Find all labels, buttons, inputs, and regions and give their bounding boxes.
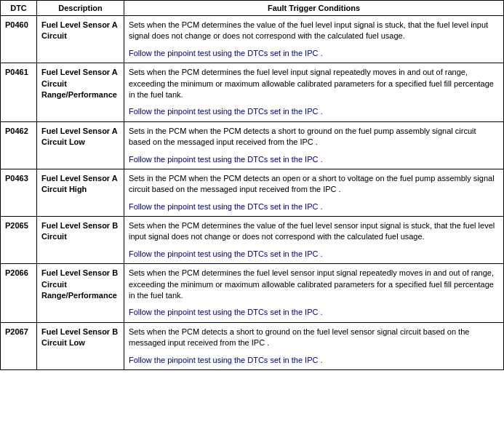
fault-main-text: Sets when the PCM determines the value o… (129, 20, 488, 40)
dtc-code: P2065 (1, 217, 37, 264)
col-header-fault: Fault Trigger Conditions (124, 1, 504, 16)
dtc-code: P0461 (1, 63, 37, 122)
fault-main-text: Sets when the PCM detects a short to gro… (129, 327, 469, 347)
col-header-description: Description (37, 1, 124, 16)
dtc-code: P0463 (1, 169, 37, 216)
dtc-description: Fuel Level Sensor B Circuit Range/Perfor… (37, 264, 124, 323)
fault-follow-text: Follow the pinpoint test using the DTCs … (129, 249, 499, 260)
dtc-description: Fuel Level Sensor B Circuit Low (37, 322, 124, 369)
dtc-fault-conditions: Sets when the PCM detects a short to gro… (124, 322, 504, 369)
dtc-fault-conditions: Sets when the PCM determines the fuel le… (124, 63, 504, 122)
fault-follow-text: Follow the pinpoint test using the DTCs … (129, 106, 499, 117)
fault-main-text: Sets when the PCM determines the value o… (129, 221, 495, 241)
table-row: P0462Fuel Level Sensor A Circuit LowSets… (1, 121, 504, 169)
dtc-code: P0462 (1, 121, 37, 169)
table-row: P2065Fuel Level Sensor B CircuitSets whe… (1, 217, 504, 264)
dtc-code: P2067 (1, 322, 37, 369)
fault-follow-text: Follow the pinpoint test using the DTCs … (129, 355, 499, 366)
dtc-table: DTC Description Fault Trigger Conditions… (0, 0, 504, 370)
fault-main-text: Sets in the PCM when the PCM detects a s… (129, 127, 476, 146)
dtc-fault-conditions: Sets in the PCM when the PCM detects an … (124, 169, 504, 216)
fault-main-text: Sets when the PCM determines the fuel le… (129, 68, 494, 99)
table-row: P0460Fuel Level Sensor A CircuitSets whe… (1, 16, 504, 63)
dtc-description: Fuel Level Sensor A Circuit Range/Perfor… (37, 63, 124, 122)
table-row: P2067Fuel Level Sensor B Circuit LowSets… (1, 322, 504, 369)
dtc-code: P2066 (1, 264, 37, 323)
fault-follow-text: Follow the pinpoint test using the DTCs … (129, 154, 499, 165)
dtc-description: Fuel Level Sensor B Circuit (37, 217, 124, 264)
dtc-code: P0460 (1, 16, 37, 63)
table-row: P0463Fuel Level Sensor A Circuit HighSet… (1, 169, 504, 216)
fault-main-text: Sets in the PCM when the PCM detects an … (129, 174, 495, 193)
dtc-description: Fuel Level Sensor A Circuit High (37, 169, 124, 216)
fault-follow-text: Follow the pinpoint test using the DTCs … (129, 48, 499, 59)
fault-follow-text: Follow the pinpoint test using the DTCs … (129, 201, 499, 212)
fault-follow-text: Follow the pinpoint test using the DTCs … (129, 307, 499, 318)
dtc-description: Fuel Level Sensor A Circuit (37, 16, 124, 63)
dtc-fault-conditions: Sets when the PCM determines the fuel le… (124, 264, 504, 323)
table-row: P0461Fuel Level Sensor A Circuit Range/P… (1, 63, 504, 122)
col-header-dtc: DTC (1, 1, 37, 16)
table-row: P2066Fuel Level Sensor B Circuit Range/P… (1, 264, 504, 323)
fault-main-text: Sets when the PCM determines the fuel le… (129, 268, 494, 300)
dtc-fault-conditions: Sets when the PCM determines the value o… (124, 16, 504, 63)
dtc-fault-conditions: Sets when the PCM determines the value o… (124, 217, 504, 264)
dtc-description: Fuel Level Sensor A Circuit Low (37, 121, 124, 169)
dtc-fault-conditions: Sets in the PCM when the PCM detects a s… (124, 121, 504, 169)
